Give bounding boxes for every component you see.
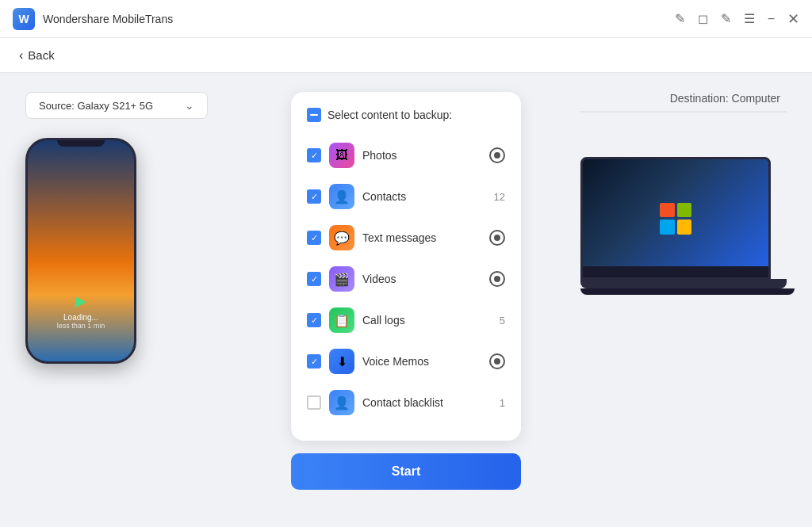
windows-logo (660, 203, 691, 235)
person-icon[interactable]: ✎ (675, 11, 685, 26)
back-arrow-icon: ‹ (19, 48, 23, 63)
loading-text: Loading... (57, 313, 105, 322)
videos-label: Videos (362, 273, 481, 285)
laptop-bottom (580, 288, 795, 295)
calllogs-icon: 📋 (329, 307, 354, 333)
left-panel: Source: Galaxy S21+ 5G ⌄ ▶ Loading... le… (25, 92, 287, 391)
voice-checkbox[interactable]: ✓ (307, 354, 321, 369)
center-panel: Select content to backup: ✓ 🖼 Photos ✓ (287, 92, 525, 490)
blacklist-badge: 1 (489, 397, 505, 409)
content-list: ✓ 🖼 Photos ✓ 👤 Contacts 12 (291, 135, 521, 428)
back-button[interactable]: ‹ Back (19, 48, 55, 63)
card-header-text: Select content to backup: (327, 109, 452, 121)
calllogs-badge: 5 (489, 315, 505, 327)
list-item[interactable]: ✓ 💬 Text messages (294, 217, 518, 258)
contacts-label: Contacts (362, 190, 481, 203)
loading-subtext: less than 1 min (57, 322, 105, 330)
contacts-icon: 👤 (329, 184, 354, 209)
laptop-base (580, 279, 787, 288)
laptop-body (580, 157, 771, 295)
window-icon[interactable]: ◻ (698, 11, 708, 26)
phone-loading: ▶ Loading... less than 1 min (57, 292, 105, 330)
contacts-checkbox[interactable]: ✓ (307, 189, 321, 204)
blacklist-checkbox[interactable] (307, 395, 321, 410)
close-icon[interactable]: ✕ (787, 10, 799, 28)
phone-image: ▶ Loading... less than 1 min (25, 138, 152, 391)
calllogs-label: Call logs (362, 314, 481, 327)
pen-icon[interactable]: ✎ (721, 11, 731, 26)
laptop-image (580, 157, 787, 295)
contacts-badge: 12 (489, 191, 505, 203)
videos-badge (489, 271, 505, 287)
photos-label: Photos (362, 149, 481, 162)
messages-icon: 💬 (329, 225, 354, 250)
list-item[interactable]: ✓ 👤 Contacts 12 (294, 176, 518, 217)
start-button[interactable]: Start (291, 453, 521, 490)
laptop-taskbar (583, 266, 768, 277)
laptop-screen (580, 157, 771, 280)
phone-side-button (135, 196, 136, 227)
back-label: Back (28, 48, 54, 62)
blacklist-icon: 👤 (329, 390, 354, 415)
source-dropdown[interactable]: Source: Galaxy S21+ 5G ⌄ (25, 92, 208, 119)
minimize-icon[interactable]: − (768, 12, 775, 26)
videos-checkbox[interactable]: ✓ (307, 272, 321, 286)
photos-badge (489, 147, 505, 163)
content-card: Select content to backup: ✓ 🖼 Photos ✓ (291, 92, 521, 441)
app-logo: W (13, 8, 35, 30)
titlebar: W Wondershare MobileTrans ✎ ◻ ✎ ☰ − ✕ (0, 0, 812, 38)
app-title: Wondershare MobileTrans (43, 13, 173, 25)
phone-notch (57, 140, 105, 147)
videos-icon: 🎬 (329, 266, 354, 292)
loading-play-icon: ▶ (57, 292, 105, 310)
list-item[interactable]: 📅 Calendar 25 (294, 423, 518, 428)
messages-checkbox[interactable]: ✓ (307, 231, 321, 245)
source-label: Source: Galaxy S21+ 5G (39, 100, 153, 112)
messages-badge (489, 230, 505, 246)
photos-checkbox[interactable]: ✓ (307, 148, 321, 162)
menu-icon[interactable]: ☰ (744, 11, 755, 26)
list-item[interactable]: ✓ 🎬 Videos (294, 258, 518, 300)
photos-icon: 🖼 (329, 143, 354, 168)
main-content: Source: Galaxy S21+ 5G ⌄ ▶ Loading... le… (0, 73, 812, 527)
right-panel: Destination: Computer (525, 92, 787, 295)
list-item[interactable]: 👤 Contact blacklist 1 (294, 382, 518, 423)
voice-label: Voice Memos (362, 355, 481, 368)
list-item[interactable]: ✓ 🖼 Photos (294, 135, 518, 176)
blacklist-label: Contact blacklist (362, 396, 481, 409)
phone-body: ▶ Loading... less than 1 min (25, 138, 136, 364)
messages-label: Text messages (362, 231, 481, 244)
voice-icon: ⬇ (329, 349, 354, 374)
calllogs-checkbox[interactable]: ✓ (307, 313, 321, 327)
list-item[interactable]: ✓ 📋 Call logs 5 (294, 300, 518, 341)
select-all-icon[interactable] (307, 108, 321, 122)
chevron-down-icon: ⌄ (185, 99, 194, 112)
subheader: ‹ Back (0, 38, 812, 73)
voice-badge (489, 353, 505, 369)
card-header: Select content to backup: (291, 108, 521, 135)
list-item[interactable]: ✓ ⬇ Voice Memos (294, 341, 518, 382)
phone-screen: ▶ Loading... less than 1 min (28, 140, 134, 361)
window-controls: ✎ ◻ ✎ ☰ − ✕ (675, 10, 799, 28)
destination-label: Destination: Computer (580, 92, 787, 113)
